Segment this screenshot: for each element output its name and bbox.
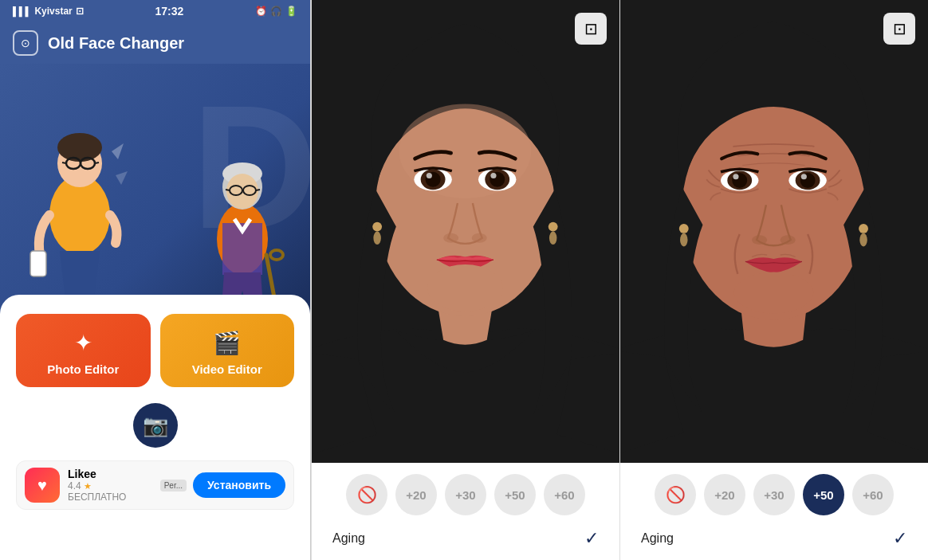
block-icon: 🚫 [357, 485, 377, 504]
ad-app-icon: ♥ [25, 468, 60, 503]
svg-point-2 [57, 133, 102, 162]
svg-point-54 [859, 233, 867, 247]
status-time: 17:32 [155, 5, 183, 18]
ad-rating: 4.4 ★ БЕСПЛАТНО [68, 480, 152, 503]
svg-point-49 [781, 235, 796, 245]
svg-point-31 [443, 233, 458, 243]
ad-install-button[interactable]: Установить [193, 472, 285, 498]
right-age-buttons: 🚫 +20 +30 +50 +60 [628, 474, 920, 515]
logo-symbol: ⊙ [21, 37, 30, 49]
ad-right: Per... Установить [160, 472, 285, 498]
ad-price: БЕСПЛАТНО [68, 491, 126, 503]
phone-panel: ▌▌▌ Kyivstar ⊡ 17:32 ⏰ 🎧 🔋 ⊙ Old Face Ch… [0, 0, 311, 560]
right-age-btn-30[interactable]: +30 [753, 474, 795, 515]
right-photo-panel: ⊡ 🚫 +20 +30 +50 +60 Aging ✓ [619, 0, 928, 560]
young-figure-icon [24, 104, 136, 319]
right-age-btn-reset[interactable]: 🚫 [655, 474, 696, 515]
right-check-icon[interactable]: ✓ [893, 528, 907, 549]
headphone-icon: 🎧 [270, 6, 282, 17]
app-header: ⊙ Old Face Changer [0, 22, 310, 64]
ad-icon-symbol: ♥ [37, 476, 47, 495]
right-photo-controls: 🚫 +20 +30 +50 +60 Aging ✓ [620, 463, 928, 560]
camera-button-row: 📷 [16, 403, 294, 448]
right-age-btn-60[interactable]: +60 [852, 474, 894, 515]
portrait-aged [620, 0, 928, 463]
battery-icon: 🔋 [285, 6, 297, 17]
right-age-20-label: +20 [714, 488, 734, 502]
left-age-btn-reset[interactable]: 🚫 [346, 474, 387, 515]
right-age-50-label: +50 [813, 488, 833, 502]
video-editor-label: Video Editor [192, 362, 262, 376]
svg-point-34 [372, 222, 382, 232]
ad-banner: ♥ Likee 4.4 ★ БЕСПЛАТНО Per... Установит… [16, 460, 294, 510]
svg-point-32 [472, 233, 487, 243]
app-title: Old Face Changer [48, 34, 184, 53]
svg-rect-8 [30, 251, 46, 276]
left-age-btn-60[interactable]: +60 [544, 474, 585, 515]
video-editor-button[interactable]: 🎬 Video Editor [160, 314, 295, 387]
right-block-icon: 🚫 [666, 485, 686, 504]
left-age-btn-20[interactable]: +20 [395, 474, 437, 515]
left-check-icon[interactable]: ✓ [584, 528, 599, 549]
app-logo-icon: ⊙ [13, 30, 38, 56]
svg-point-53 [859, 224, 868, 233]
clock-icon: ⏰ [255, 6, 267, 17]
svg-line-5 [62, 163, 66, 163]
left-photo-panel: ⊡ 🚫 +20 +30 +50 +60 Aging ✓ [311, 0, 619, 560]
right-age-30-label: +30 [764, 488, 784, 502]
svg-point-50 [734, 272, 814, 313]
svg-point-51 [679, 224, 689, 233]
right-compare-icon-symbol: ⊡ [893, 19, 906, 38]
signal-bars: ▌▌▌ [13, 6, 31, 16]
photo-editor-label: Photo Editor [47, 362, 119, 376]
svg-point-37 [549, 232, 556, 245]
portrait-original [312, 0, 619, 463]
svg-point-35 [373, 232, 380, 245]
ad-per-badge: Per... [160, 480, 187, 491]
svg-point-52 [680, 233, 687, 247]
age-20-label: +20 [406, 488, 426, 502]
carrier-name: Kyivstar [34, 6, 72, 17]
left-age-buttons: 🚫 +20 +30 +50 +60 [320, 474, 611, 515]
phone-card: ✦ Photo Editor 🎬 Video Editor 📷 ♥ Likee … [0, 295, 310, 560]
svg-point-43 [733, 174, 738, 179]
camera-button[interactable]: 📷 [133, 403, 178, 448]
left-age-btn-30[interactable]: +30 [445, 474, 486, 515]
left-bottom-bar: Aging ✓ [320, 525, 611, 549]
editor-buttons: ✦ Photo Editor 🎬 Video Editor [16, 314, 294, 387]
svg-point-30 [490, 173, 496, 178]
ad-app-name: Likee [68, 468, 152, 480]
left-photo-controls: 🚫 +20 +30 +50 +60 Aging ✓ [312, 463, 619, 560]
age-30-label: +30 [455, 488, 475, 502]
compare-icon-symbol: ⊡ [584, 19, 598, 38]
photo-editor-icon: ✦ [74, 330, 92, 356]
status-left: ▌▌▌ Kyivstar ⊡ [13, 6, 84, 17]
right-bottom-bar: Aging ✓ [628, 525, 920, 549]
left-aging-label: Aging [332, 531, 365, 546]
right-photo-image: ⊡ [620, 0, 928, 463]
svg-line-7 [95, 163, 99, 163]
old-figure-icon [191, 135, 294, 319]
svg-point-26 [427, 173, 432, 178]
right-compare-toggle-button[interactable]: ⊡ [883, 13, 915, 45]
status-right: ⏰ 🎧 🔋 [255, 6, 297, 17]
svg-point-48 [752, 235, 767, 245]
ad-stars: ★ [84, 481, 92, 491]
age-50-label: +50 [505, 488, 525, 502]
photo-editor-button[interactable]: ✦ Photo Editor [16, 314, 151, 387]
age-60-label: +60 [554, 488, 574, 502]
wifi-icon: ⊡ [76, 6, 84, 17]
right-age-btn-20[interactable]: +20 [704, 474, 745, 515]
right-age-60-label: +60 [863, 488, 883, 502]
status-bar: ▌▌▌ Kyivstar ⊡ 17:32 ⏰ 🎧 🔋 [0, 0, 310, 22]
camera-icon: 📷 [143, 413, 168, 438]
svg-line-17 [256, 190, 260, 190]
right-aging-label: Aging [641, 531, 674, 546]
video-editor-icon: 🎬 [213, 330, 241, 356]
right-age-btn-50[interactable]: +50 [803, 474, 844, 515]
left-photo-image: ⊡ [312, 0, 619, 463]
left-age-btn-50[interactable]: +50 [494, 474, 536, 515]
compare-toggle-button[interactable]: ⊡ [575, 13, 607, 45]
hero-illustration: D [0, 64, 310, 319]
svg-point-19 [270, 250, 283, 260]
